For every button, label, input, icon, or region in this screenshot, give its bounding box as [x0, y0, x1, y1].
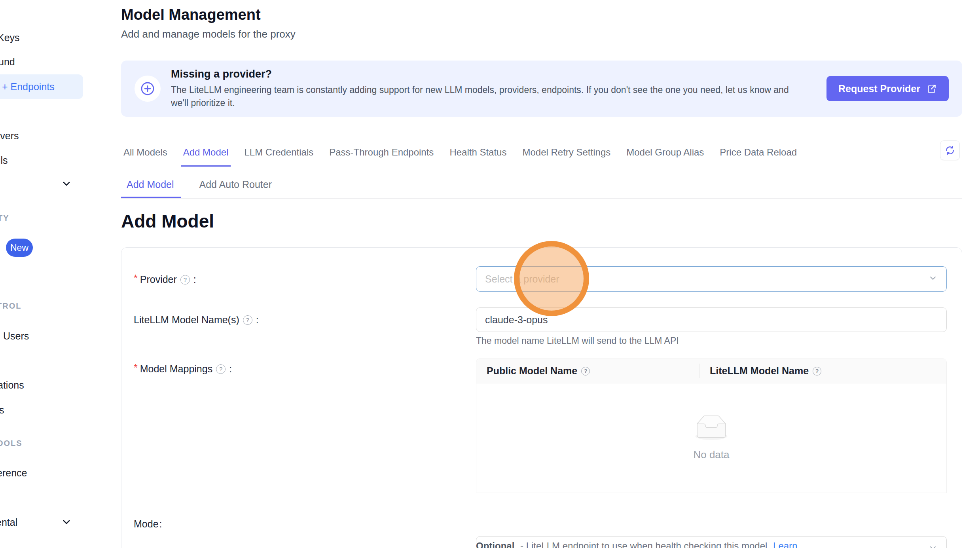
- help-icon[interactable]: ?: [813, 367, 821, 375]
- sidebar-item-inference[interactable]: erence: [0, 467, 27, 479]
- empty-inbox-icon: [692, 415, 731, 443]
- tabs-bar: All Models Add Model LLM Credentials Pas…: [121, 140, 962, 166]
- label-colon: :: [159, 518, 162, 530]
- subtab-list: Add Model Add Auto Router: [121, 174, 962, 198]
- request-provider-button[interactable]: Request Provider: [826, 76, 949, 101]
- tab-llm-credentials[interactable]: LLM Credentials: [242, 147, 316, 167]
- model-mappings-label-text: Model Mappings: [140, 363, 212, 375]
- sidebar-item-teams[interactable]: s: [0, 404, 4, 416]
- required-asterisk: *: [134, 273, 138, 284]
- chevron-down-icon: [928, 273, 938, 284]
- tab-pass-through-endpoints[interactable]: Pass-Through Endpoints: [327, 147, 436, 167]
- external-link-icon: [927, 83, 937, 94]
- subtab-add-model[interactable]: Add Model: [121, 174, 181, 198]
- provider-label-text: Provider: [140, 274, 177, 285]
- table-header-row: Public Model Name ? LiteLLM Model Name ?: [476, 359, 946, 383]
- sidebar-item-organizations[interactable]: ations: [0, 379, 24, 391]
- model-name-label-text: LiteLLM Model Name(s): [134, 314, 239, 326]
- help-icon[interactable]: ?: [216, 364, 226, 374]
- page-subtitle: Add and manage models for the proxy: [121, 28, 962, 40]
- tab-list: All Models Add Model LLM Credentials Pas…: [121, 140, 962, 167]
- page-header: Model Management Add and manage models f…: [121, 6, 962, 40]
- tab-health-status[interactable]: Health Status: [447, 147, 509, 167]
- required-asterisk: *: [134, 362, 138, 374]
- mode-helper: Optional - LiteLLM endpoint to use when …: [476, 540, 797, 548]
- sidebar-item-models-endpoints[interactable]: + Endpoints: [0, 74, 83, 99]
- tab-all-models[interactable]: All Models: [121, 147, 170, 167]
- model-name-field[interactable]: [476, 307, 947, 332]
- plus-circle-icon: [135, 76, 161, 102]
- model-name-input[interactable]: [476, 314, 923, 326]
- provider-select-input[interactable]: [476, 273, 899, 285]
- chevron-down-icon: [928, 543, 938, 548]
- banner-title: Missing a provider?: [171, 68, 808, 80]
- chevron-down-icon[interactable]: [62, 517, 71, 527]
- chevron-down-icon[interactable]: [62, 179, 71, 188]
- help-icon[interactable]: ?: [243, 315, 252, 325]
- sidebar-item-servers[interactable]: rvers: [0, 130, 19, 142]
- learn-link[interactable]: Learn: [773, 540, 797, 548]
- sidebar-section-label: OOLS: [0, 439, 23, 448]
- tab-model-retry-settings[interactable]: Model Retry Settings: [520, 147, 613, 167]
- subtab-add-auto-router[interactable]: Add Auto Router: [194, 174, 279, 198]
- sidebar-section-label: TROL: [0, 301, 21, 311]
- provider-select[interactable]: [476, 266, 947, 292]
- label-colon: :: [256, 314, 259, 326]
- model-name-helper: The model name LiteLLM will send to the …: [476, 336, 679, 346]
- mode-helper-bold: Optional: [476, 540, 514, 548]
- help-icon[interactable]: ?: [180, 275, 190, 284]
- model-mappings-table: Public Model Name ? LiteLLM Model Name ?: [476, 358, 947, 493]
- mode-label: Mode :: [134, 518, 162, 530]
- table-empty-state: No data: [476, 383, 946, 493]
- sidebar: Keys und + Endpoints rvers ils TY New TR…: [0, 0, 86, 548]
- help-icon[interactable]: ?: [581, 367, 590, 375]
- provider-label: * Provider ? :: [134, 274, 196, 285]
- mode-helper-text: - LiteLLM endpoint to use when health ch…: [520, 540, 767, 548]
- sidebar-section-label: TY: [0, 214, 9, 223]
- model-mappings-label: * Model Mappings ? :: [134, 363, 232, 375]
- sidebar-item-keys[interactable]: Keys: [0, 32, 20, 44]
- sidebar-item-logs[interactable]: ils: [0, 154, 8, 166]
- tab-model-group-alias[interactable]: Model Group Alias: [624, 147, 706, 167]
- sidebar-item-playground[interactable]: und: [0, 56, 15, 68]
- main-content: Model Management Add and manage models f…: [86, 0, 980, 548]
- add-model-heading: Add Model: [121, 210, 962, 232]
- page-title: Model Management: [121, 6, 962, 23]
- banner-body: The LiteLLM engineering team is constant…: [171, 83, 808, 109]
- banner-text: Missing a provider? The LiteLLM engineer…: [171, 68, 808, 109]
- column-header-litellm-model-name: LiteLLM Model Name ?: [699, 359, 946, 383]
- refresh-button[interactable]: [940, 140, 960, 160]
- request-provider-label: Request Provider: [838, 83, 920, 95]
- sidebar-item-users[interactable]: Users: [3, 330, 29, 342]
- tab-add-model[interactable]: Add Model: [181, 147, 231, 167]
- refresh-icon: [944, 145, 955, 156]
- label-colon: :: [193, 274, 196, 285]
- column-header-public-model-name: Public Model Name ?: [476, 359, 699, 383]
- label-colon: :: [229, 363, 232, 375]
- no-data-text: No data: [693, 449, 729, 461]
- tab-price-data-reload[interactable]: Price Data Reload: [717, 147, 799, 167]
- model-name-label: LiteLLM Model Name(s) ? :: [134, 314, 259, 326]
- missing-provider-banner: Missing a provider? The LiteLLM engineer…: [121, 61, 962, 117]
- add-model-form: * Provider ? : LiteLLM Model Name(s) ? :…: [121, 247, 962, 548]
- subtabs-bar: Add Model Add Auto Router: [121, 174, 962, 199]
- app-window: Keys und + Endpoints rvers ils TY New TR…: [0, 0, 980, 548]
- mode-label-text: Mode: [134, 518, 159, 530]
- sidebar-item-experimental[interactable]: ental: [0, 516, 17, 528]
- new-badge: New: [6, 239, 33, 257]
